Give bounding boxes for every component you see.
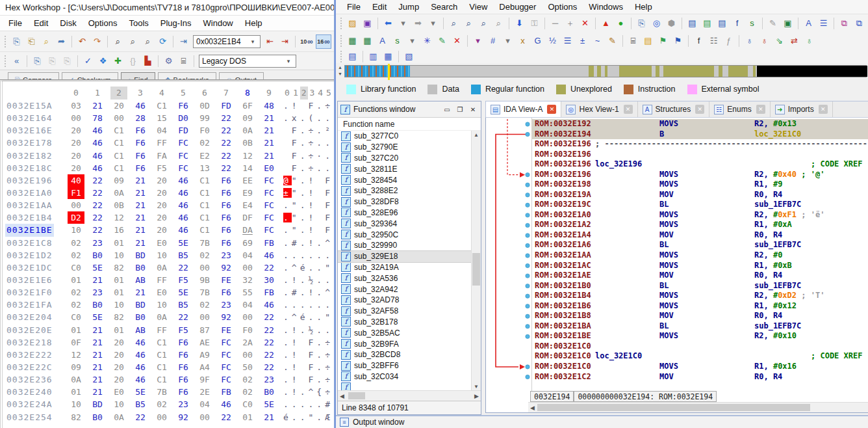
functions-column-header[interactable]: Function name bbox=[338, 118, 481, 131]
hex-byte[interactable]: 21 bbox=[132, 224, 149, 236]
disasm-line[interactable]: ROM:0032E1A4MOVR0, R4 bbox=[486, 230, 868, 241]
make-string-icon[interactable]: s bbox=[390, 34, 404, 47]
calculator-icon[interactable]: ⌸ bbox=[177, 55, 190, 68]
hw-menu-window[interactable]: Window bbox=[198, 17, 239, 29]
hex-byte[interactable]: F0 bbox=[239, 324, 256, 336]
hex-ascii[interactable]: F.÷.. bbox=[283, 162, 333, 174]
disasm-line[interactable]: ROM:0032E1A2MOVSR1, #0xA bbox=[486, 220, 868, 230]
hex-row[interactable]: 0032E1FA02B010BD10B502230446...... bbox=[3, 299, 334, 311]
tab-close-icon[interactable]: ✕ bbox=[756, 105, 765, 114]
tab-close-icon[interactable]: ✕ bbox=[819, 105, 828, 114]
hex-byte[interactable]: BD bbox=[132, 249, 149, 261]
hex-byte[interactable]: F6 bbox=[132, 150, 149, 162]
disasm-line[interactable]: ROM:0032E1C0MOVSR1, #0x16 bbox=[486, 362, 868, 372]
hex-byte[interactable]: FC bbox=[175, 137, 192, 149]
generate-icon[interactable]: ❖ bbox=[96, 55, 110, 68]
disasm-line[interactable]: ROM:0032E1AAMOVSR2, #0 bbox=[486, 250, 868, 261]
hex-row-address[interactable]: 0032E1F0 bbox=[6, 286, 53, 299]
checksum-icon[interactable]: ✓ bbox=[81, 55, 95, 68]
hex-byte[interactable]: 10 bbox=[110, 398, 127, 410]
hex-byte[interactable]: 00 bbox=[68, 112, 84, 124]
hex-byte[interactable]: 46 bbox=[132, 361, 149, 373]
hex-byte[interactable]: 00 bbox=[196, 261, 213, 274]
view-tab-structures[interactable]: AStructures✕ bbox=[638, 101, 710, 117]
hex-row[interactable]: 0032E16E2046C1F604FDF0220A21 F.÷.² bbox=[3, 124, 334, 137]
hex-byte[interactable]: 46 bbox=[132, 373, 149, 386]
hex-byte[interactable]: 21 bbox=[89, 361, 106, 373]
hex-ascii[interactable]: .! F.÷ bbox=[283, 373, 333, 386]
nav-forward-drop-icon[interactable]: ▾ bbox=[426, 17, 440, 30]
hex-row[interactable]: 0032E18C2046C1F6F5FC132214E0 F.÷.. bbox=[3, 162, 334, 174]
hex-byte[interactable]: 00 bbox=[153, 411, 170, 423]
hex-byte[interactable]: A4 bbox=[196, 361, 213, 373]
function-item[interactable]: fsub_32AF58 bbox=[338, 306, 471, 317]
disasm-mnemonic[interactable]: MOVS bbox=[659, 261, 678, 271]
hex-byte[interactable]: 22 bbox=[218, 411, 235, 423]
structures-icon[interactable]: {} bbox=[126, 55, 140, 68]
disasm-line[interactable]: ROM:0032E1C0 bbox=[486, 341, 868, 352]
hex-byte[interactable]: 21 bbox=[89, 324, 106, 336]
disasm-operands[interactable]: loc_32E1C0 bbox=[754, 129, 801, 140]
hex-ascii[interactable]: .! F.÷ bbox=[283, 336, 333, 349]
goto-back-icon[interactable]: ⇤ bbox=[263, 35, 277, 48]
hex-byte[interactable]: 20 bbox=[110, 361, 127, 373]
hex-byte[interactable]: 20 bbox=[68, 162, 84, 174]
hex-byte[interactable]: 46 bbox=[132, 100, 149, 112]
disasm-mnemonic[interactable]: MOV bbox=[659, 372, 674, 382]
hex-byte[interactable]: 01 bbox=[68, 324, 84, 336]
disasm-operands[interactable]: R0, R4 bbox=[754, 372, 782, 382]
hex-byte[interactable]: 23 bbox=[89, 286, 106, 299]
hex-byte[interactable]: 01 bbox=[68, 386, 84, 398]
hex-byte[interactable]: AE bbox=[196, 336, 213, 349]
hex-ascii[interactable]: F.÷·. bbox=[283, 150, 333, 162]
disasm-operands[interactable]: sub_1EFB7C bbox=[754, 321, 801, 332]
hex-byte[interactable]: 10 bbox=[153, 249, 170, 261]
hex-byte[interactable]: FB bbox=[261, 237, 277, 249]
hex-byte[interactable]: 46 bbox=[132, 336, 149, 349]
zoom-out-icon[interactable]: ─ bbox=[548, 17, 562, 30]
hex-byte[interactable]: B0 bbox=[132, 261, 149, 274]
hex-byte[interactable]: 00 bbox=[239, 349, 256, 361]
hex-byte[interactable]: 30 bbox=[261, 274, 277, 286]
hex-ascii[interactable]: .!.½.. bbox=[283, 274, 333, 286]
hex-ascii[interactable]: é..".Æ bbox=[283, 411, 333, 423]
hex-byte[interactable]: 22 bbox=[218, 150, 235, 162]
hw-dock-tab-compare[interactable]: ⎘Compare bbox=[8, 72, 59, 81]
hex-row[interactable]: 0032E1782046C1F6FFFC02220B21 F.÷.. bbox=[3, 137, 334, 149]
hw-menu-options[interactable]: Options bbox=[83, 17, 123, 29]
hex-byte[interactable]: 02 bbox=[196, 299, 213, 311]
number-drop-icon[interactable]: ▾ bbox=[501, 34, 515, 47]
statistics-icon[interactable]: ▙ bbox=[141, 55, 155, 68]
open-file-icon[interactable]: ▨ bbox=[346, 17, 359, 30]
goto-forward-icon[interactable]: ⇥ bbox=[278, 35, 292, 48]
scroll-up-icon[interactable]: ▲ bbox=[472, 132, 481, 138]
hex-byte[interactable]: B0 bbox=[261, 386, 277, 398]
disasm-line[interactable]: ROM:0032E1BABLsub_1EFB7C bbox=[486, 321, 868, 332]
hex-byte[interactable]: 10 bbox=[110, 299, 127, 311]
hw-hex-editor[interactable]: 0123456789012345 0032E15A03212046C1F60DF… bbox=[0, 81, 334, 428]
hex-row-address[interactable]: 0032E204 bbox=[6, 311, 53, 323]
disasm-line[interactable]: ROM:0032E1B8MOVR0, R4 bbox=[486, 311, 868, 321]
graph-down-icon[interactable]: ⇘ bbox=[772, 34, 786, 47]
hex-byte[interactable]: FC bbox=[261, 211, 277, 224]
hex-byte[interactable]: 6F bbox=[239, 100, 256, 112]
hex-byte[interactable]: C1 bbox=[153, 361, 170, 373]
hex-byte[interactable]: B5 bbox=[132, 398, 149, 410]
disasm-mnemonic[interactable]: MOVS bbox=[659, 301, 678, 312]
function-item[interactable]: fsub_328DF8 bbox=[338, 196, 471, 207]
view-tab-imports[interactable]: ➜Imports✕ bbox=[771, 101, 833, 117]
hex-byte[interactable]: FB bbox=[218, 386, 235, 398]
functions-window-titlebar[interactable]: f Functions window ▭ ❐ ✕ bbox=[338, 101, 481, 118]
hex-row[interactable]: 0032E1822046C1F6FAFCE2221221 F.÷·. bbox=[3, 150, 334, 162]
hex-byte[interactable]: 99 bbox=[196, 112, 213, 124]
decimal-view-toggle[interactable]: 10∞ bbox=[299, 34, 314, 49]
hex-byte[interactable]: 21 bbox=[261, 411, 277, 423]
hex-ascii[interactable]: .....# bbox=[283, 398, 333, 410]
disasm-mnemonic[interactable]: MOVS bbox=[659, 250, 678, 261]
disasm-operands[interactable]: R1, #0xA bbox=[754, 220, 792, 230]
hex-byte[interactable]: 22 bbox=[218, 124, 235, 137]
disasm-mnemonic[interactable]: MOVS bbox=[659, 220, 678, 230]
hex-row-address[interactable]: 0032E16E bbox=[6, 124, 53, 137]
hex-byte[interactable]: C1 bbox=[110, 137, 127, 149]
disasm-operands[interactable]: R0, R4 bbox=[754, 230, 782, 241]
